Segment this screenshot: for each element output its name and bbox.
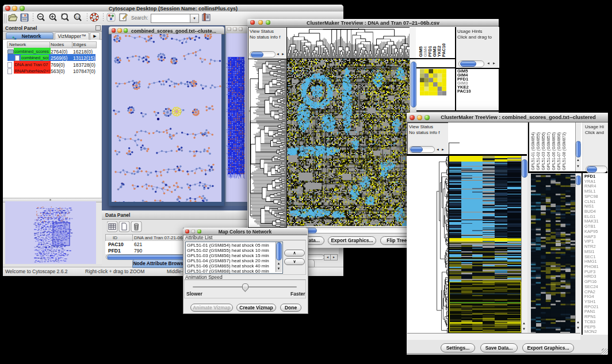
svg-text:1:1: 1:1 [75,16,79,18]
